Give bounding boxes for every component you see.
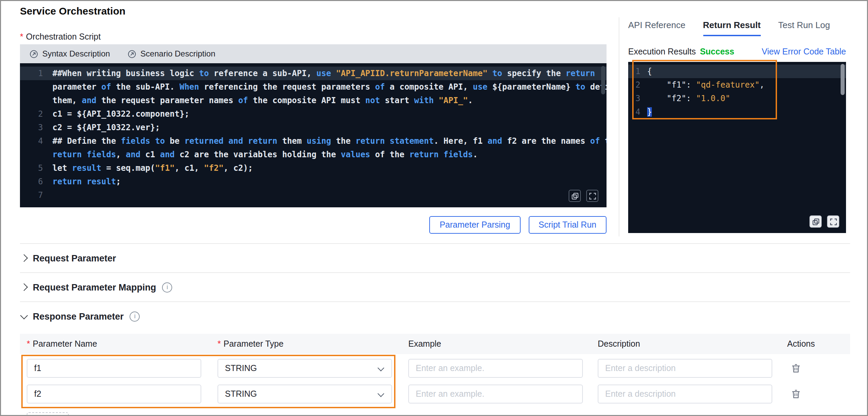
parameter-name-input[interactable] <box>27 359 201 378</box>
code-token: using <box>306 136 331 146</box>
section-response-parameter[interactable]: Response Parameteri <box>20 301 850 330</box>
table-header-row: *Parameter Name*Parameter TypeExampleDes… <box>20 334 850 354</box>
chevron-right-icon <box>20 254 28 262</box>
example-input[interactable] <box>408 359 583 378</box>
expand-icon[interactable] <box>586 190 598 202</box>
code-line: 6return result; <box>20 175 607 188</box>
selected-type: STRING <box>225 364 257 373</box>
link-icon <box>29 49 38 58</box>
code-token: "f2" <box>204 163 224 173</box>
example-input[interactable] <box>408 385 583 403</box>
description-input[interactable] <box>598 359 772 378</box>
delete-row-button[interactable] <box>789 361 803 376</box>
parameter-type-select[interactable]: STRING <box>218 359 392 378</box>
code-token: a composite API, <box>385 82 473 92</box>
code-token: = seq.map( <box>101 163 155 173</box>
code-token: c1 = ${API_10322.component}; <box>52 109 189 119</box>
code-token: f2 are the names <box>502 136 590 146</box>
toolbar-label: Syntax Description <box>42 49 110 59</box>
execution-results-label: Execution Results <box>628 47 696 56</box>
execution-results-row: Execution Results Success View Error Cod… <box>628 47 846 56</box>
tab-api-reference[interactable]: API Reference <box>628 20 685 36</box>
parameter-type-select[interactable]: STRING <box>218 385 392 403</box>
copy-icon[interactable] <box>569 190 581 202</box>
section-label: Response Parameter <box>33 311 124 321</box>
script-trial-run-button[interactable]: Script Trial Run <box>528 216 607 234</box>
tab-return-result[interactable]: Return Result <box>703 20 760 36</box>
editor-toolbar: Syntax DescriptionScenario Description <box>20 44 607 63</box>
code-token: and <box>160 150 175 159</box>
code-token: fields to <box>121 136 165 146</box>
scenario-description-link[interactable]: Scenario Description <box>128 49 215 59</box>
code-token: of <box>375 82 385 92</box>
line-number: 5 <box>20 161 52 175</box>
result-tabs: API ReferenceReturn ResultTest Run Log <box>628 20 830 36</box>
view-error-code-table-link[interactable]: View Error Code Table <box>762 47 846 56</box>
code-token: returned and return <box>184 136 277 146</box>
script-button-row: Parameter ParsingScript Trial Run <box>20 216 607 234</box>
code-token: let <box>52 163 72 173</box>
code-token: to <box>199 69 209 78</box>
parameter-parsing-button[interactable]: Parameter Parsing <box>430 216 520 234</box>
code-token: not <box>365 96 380 105</box>
column-header-parameter-name: *Parameter Name <box>27 334 97 354</box>
code-token: "qd-featurex" <box>696 80 760 90</box>
return-result-panel: 1{2 "f1": "qd-featurex",3 "f2": "1.0.0"4… <box>628 62 846 233</box>
copy-icon[interactable] <box>809 215 822 228</box>
code-token: result <box>72 163 101 173</box>
line-number: 4 <box>20 134 52 148</box>
editor-actions <box>569 190 598 202</box>
code-token: , <box>759 80 764 90</box>
section-label: Request Parameter Mapping <box>33 282 156 292</box>
window-frame: Service Orchestration *Orchestration Scr… <box>0 0 868 416</box>
code-token: "API_APIID.returnParameterName" <box>336 69 487 78</box>
code-token: them <box>277 136 307 146</box>
section-label: Request Parameter <box>33 253 116 263</box>
code-token: the <box>600 136 607 146</box>
description-input[interactable] <box>598 385 772 403</box>
code-token: of <box>238 96 248 105</box>
section-request-parameter[interactable]: Request Parameter <box>20 243 850 272</box>
code-token: to <box>493 69 502 78</box>
required-asterisk: * <box>27 339 30 349</box>
syntax-description-link[interactable]: Syntax Description <box>29 49 110 59</box>
code-token: ## Define the <box>52 136 121 146</box>
result-scrollbar[interactable] <box>841 64 845 95</box>
code-line: 3 "f2": "1.0.0" <box>628 92 846 105</box>
tab-test-run-log[interactable]: Test Run Log <box>778 20 830 36</box>
code-token: and <box>82 96 96 105</box>
parameter-name-input[interactable] <box>27 385 201 403</box>
execution-status-badge: Success <box>700 47 734 56</box>
selected-type: STRING <box>225 389 257 399</box>
code-token: } <box>647 107 652 117</box>
code-token: to <box>575 82 585 92</box>
expand-icon[interactable] <box>827 215 839 228</box>
code-token: c1 <box>140 150 160 159</box>
code-token: be <box>165 136 184 146</box>
editor-scrollbar[interactable] <box>601 66 605 94</box>
code-token: referencing the request parameters <box>199 82 375 92</box>
code-token: use <box>316 69 331 78</box>
code-token: . <box>473 150 478 159</box>
add-parameter-button[interactable] <box>27 412 69 415</box>
orchestration-script-editor: Syntax DescriptionScenario Description 1… <box>20 44 607 207</box>
column-header-description: Description <box>598 334 640 354</box>
code-token: of <box>590 136 600 146</box>
script-code-area[interactable]: 1##When writing business logic to refere… <box>20 63 607 207</box>
code-token: "API_" <box>439 96 468 105</box>
collapsible-sections: Request ParameterRequest Parameter Mappi… <box>20 243 850 330</box>
line-number: 7 <box>20 188 52 202</box>
code-token: return fields <box>409 150 473 159</box>
code-token: reference a sub-API, <box>209 69 316 78</box>
code-token: "f1": <box>647 80 696 90</box>
code-line: 5let result = seq.map("f1", c1, "f2", c2… <box>20 161 607 175</box>
code-token: the composite API must <box>248 96 365 105</box>
result-actions <box>809 215 839 228</box>
section-request-parameter-mapping[interactable]: Request Parameter Mappingi <box>20 272 850 301</box>
code-token <box>487 69 492 78</box>
code-token: c2 = ${API_10322.ver}; <box>52 123 160 132</box>
line-number: 4 <box>628 105 647 119</box>
code-token: . <box>468 96 473 105</box>
code-token: ##When writing business logic <box>52 69 199 78</box>
delete-row-button[interactable] <box>789 387 803 401</box>
